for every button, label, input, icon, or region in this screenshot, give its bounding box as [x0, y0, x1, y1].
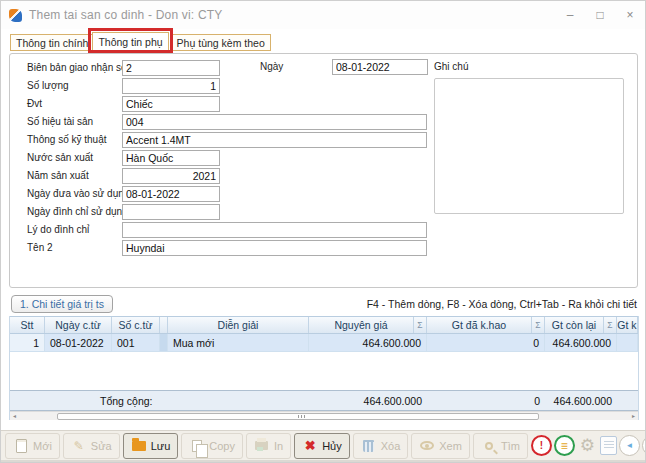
form-row: Số hiệu tài sản [27, 113, 427, 130]
ngay-input[interactable] [332, 59, 428, 75]
grid-header-row: Stt Ngày c.từ Số c.từ Diễn giải Nguyên g… [10, 316, 638, 334]
ghi-chu-label: Ghi chú [434, 61, 468, 72]
form-row: Năm sản xuất [27, 167, 427, 184]
copy-icon [189, 438, 205, 454]
notes-icon[interactable] [600, 436, 617, 455]
ngay-dua-vao-su-dung-input[interactable] [122, 186, 220, 202]
button-label: In [274, 440, 283, 452]
gear-icon[interactable]: ⚙ [577, 435, 598, 456]
ly-do-dinh-chi-input[interactable] [122, 222, 427, 238]
horizontal-scrollbar[interactable]: ◂ ▸ [10, 411, 638, 420]
tab-thong-tin-chinh[interactable]: Thông tin chính [10, 34, 94, 51]
edit-pencil-icon: ✎ [71, 438, 87, 454]
ngay-dinh-chi-su-dung-input[interactable] [122, 204, 220, 220]
scroll-left-arrow-icon[interactable]: ◂ [10, 412, 19, 420]
cell-stt: 1 [10, 334, 45, 352]
bien-ban-giao-nhan-so-input[interactable] [122, 60, 220, 76]
cell-indicator [160, 334, 168, 352]
copy-button: Copy [181, 433, 243, 459]
magnifier-icon [481, 438, 497, 454]
column-header-gt-k[interactable]: Gt k [617, 317, 638, 333]
form-row: Nước sản xuất [27, 149, 427, 166]
info-icon[interactable]: ! [531, 435, 552, 456]
ten-2-input[interactable] [122, 240, 427, 256]
form-row: Lý do đình chỉ [27, 221, 427, 238]
total-gt-da-khao: 0 [427, 391, 545, 410]
find-button: Tìm [473, 433, 528, 459]
nuoc-san-xuat-input[interactable] [122, 150, 220, 166]
scrollbar-thumb[interactable] [57, 413, 539, 420]
sum-sigma-icon[interactable]: Σ [413, 317, 426, 333]
grid-shortcut-hint: F4 - Thêm dòng, F8 - Xóa dòng, Ctrl+Tab … [367, 298, 637, 310]
so-hieu-tai-san-input[interactable] [122, 114, 427, 130]
save-button[interactable]: Lưu [123, 433, 179, 459]
field-label: Biên bản giao nhận số [27, 62, 122, 73]
total-nguyen-gia: 464.600.000 [309, 391, 427, 410]
button-label: Xóa [381, 440, 401, 452]
eye-icon [419, 438, 435, 454]
column-header-so-ctu[interactable]: Số c.từ [112, 317, 160, 333]
total-gt-con-lai: 464.600.000 [545, 391, 617, 410]
print-button: In [246, 433, 291, 459]
column-header-ngay-ctu[interactable]: Ngày c.từ [45, 317, 112, 333]
cell-ngay-ctu: 08-01-2022 [45, 334, 112, 352]
close-button[interactable]: × [615, 1, 645, 29]
edit-button: ✎ Sửa [63, 433, 120, 459]
cell-so-ctu: 001 [112, 334, 160, 352]
toolbar-nav-cluster: ! ≡ ⚙ ◄ ◄ ► ► ? [531, 435, 646, 456]
titlebar[interactable]: Them tai san co dinh - Don vi: CTY – □ × [1, 1, 645, 29]
window-controls: – □ × [555, 1, 645, 29]
table-row[interactable]: 1 08-01-2022 001 Mua mới 464.600.000 0 4… [10, 334, 638, 352]
column-header-gt-da-khao[interactable]: Gt đã k.hao Σ [427, 317, 545, 333]
cancel-x-icon: ✖ [302, 438, 318, 454]
bottom-toolbar: Mới ✎ Sửa Lưu Copy In ✖ Hủy Xóa Xem [1, 430, 645, 460]
field-label: Năm sản xuất [27, 170, 122, 181]
column-header-stt[interactable]: Stt [10, 317, 45, 333]
form-groupbox: Biên bản giao nhận số Số lượng Đvt Số hi… [9, 53, 638, 288]
app-logo-icon [9, 9, 22, 22]
column-header-gt-con-lai[interactable]: Gt còn lại Σ [545, 317, 617, 333]
cell-gt-con-lai: 464.600.000 [545, 334, 617, 352]
tab-thong-tin-phu[interactable]: Thông tin phụ [92, 32, 168, 51]
view-button: Xem [411, 433, 470, 459]
tab-phu-tung-kem-theo[interactable]: Phụ tùng kèm theo [171, 34, 271, 51]
tab-thong-tin-phu-wrap: Thông tin phụ [92, 32, 168, 51]
button-label: Mới [33, 440, 52, 452]
form-row: Đvt [27, 95, 427, 112]
cancel-button[interactable]: ✖ Hủy [294, 433, 350, 459]
thong-so-ky-thuat-input[interactable] [122, 132, 427, 148]
save-folder-icon [131, 438, 147, 454]
button-label: Lưu [151, 440, 171, 452]
scrollbar-grip-icon [298, 415, 307, 418]
column-header-dien-giai[interactable]: Diễn giải [168, 317, 309, 333]
list-icon[interactable]: ≡ [554, 435, 575, 456]
cell-dien-giai: Mua mới [168, 334, 309, 352]
form-row: Tên 2 [27, 239, 427, 256]
ghi-chu-textarea[interactable] [434, 78, 624, 214]
printer-icon [254, 438, 270, 454]
delete-button: Xóa [353, 433, 409, 459]
button-label: Xem [439, 440, 462, 452]
scroll-right-arrow-icon[interactable]: ▸ [629, 412, 638, 420]
column-header-nguyen-gia[interactable]: Nguyên giá Σ [309, 317, 427, 333]
button-label: Tìm [501, 440, 520, 452]
field-label: Đvt [27, 98, 122, 109]
field-label: Nước sản xuất [27, 152, 122, 163]
cell-gt-k [617, 334, 638, 352]
form-row: Số lượng [27, 77, 427, 94]
sum-sigma-icon[interactable]: Σ [603, 317, 616, 333]
so-luong-input[interactable] [122, 78, 220, 94]
dvt-input[interactable] [122, 96, 220, 112]
window-title: Them tai san co dinh - Don vi: CTY [29, 8, 223, 22]
field-label: Lý do đình chỉ [27, 224, 122, 235]
field-label: Số hiệu tài sản [27, 116, 122, 127]
nam-san-xuat-input[interactable] [122, 168, 220, 184]
sum-sigma-icon[interactable]: Σ [531, 317, 544, 333]
column-header-indicator [160, 317, 168, 333]
button-label: Hủy [322, 440, 342, 452]
first-record-icon[interactable]: ◄ [619, 435, 640, 456]
maximize-button[interactable]: □ [585, 1, 615, 29]
detail-grid: Stt Ngày c.từ Số c.từ Diễn giải Nguyên g… [9, 316, 639, 420]
minimize-button[interactable]: – [555, 1, 585, 29]
chi-tiet-gia-tri-tab[interactable]: 1. Chi tiết giá trị ts [11, 295, 113, 313]
